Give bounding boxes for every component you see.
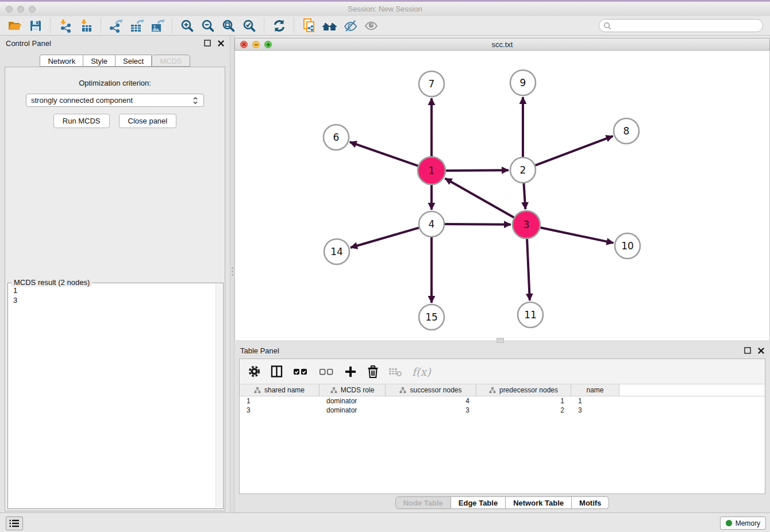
task-history-button[interactable] (6, 516, 23, 530)
deselect-all-icon[interactable] (318, 365, 335, 379)
function-builder-icon[interactable]: f(x) (412, 365, 431, 378)
open-file-icon[interactable] (5, 17, 25, 34)
table-cell[interactable]: dominator (319, 406, 386, 415)
memory-status-icon (726, 520, 732, 526)
hide-unselected-icon[interactable] (340, 17, 361, 34)
table-cell[interactable]: 3 (386, 406, 476, 415)
select-all-icon[interactable] (292, 365, 309, 379)
svg-text:2: 2 (520, 164, 526, 176)
graph-node-4[interactable]: 4 (419, 211, 444, 237)
column-header-name[interactable]: name (571, 384, 619, 396)
export-table-icon[interactable] (126, 17, 147, 34)
control-panel-title: Control Panel (6, 39, 51, 48)
search-field[interactable] (599, 19, 763, 32)
delete-table-icon[interactable] (388, 365, 402, 379)
graph-edge-2-3[interactable] (523, 182, 525, 209)
table-cell[interactable]: 2 (476, 406, 571, 415)
close-panel-icon[interactable] (218, 40, 224, 47)
tab-mcds[interactable]: MCDS (152, 55, 190, 67)
import-network-icon[interactable] (55, 17, 76, 34)
save-session-icon[interactable] (25, 17, 46, 34)
search-icon (603, 22, 611, 30)
table-cell[interactable]: 1 (571, 396, 619, 406)
column-view-icon[interactable] (270, 365, 283, 379)
control-panel-tabs: NetworkStyleSelectMCDS (0, 55, 230, 67)
svg-text:14: 14 (330, 246, 343, 257)
graph-node-6[interactable]: 6 (324, 125, 349, 150)
zoom-fit-icon[interactable] (218, 17, 239, 34)
tab-network-table[interactable]: Network Table (506, 496, 572, 509)
tab-style[interactable]: Style (83, 55, 116, 67)
graph-node-15[interactable]: 15 (419, 304, 444, 330)
control-panel: Control Panel NetworkStyleSelectMCDS Opt… (0, 36, 230, 512)
graph-node-8[interactable]: 8 (614, 118, 639, 144)
search-input[interactable] (614, 21, 763, 30)
table-row[interactable]: 3dominator323 (240, 406, 765, 415)
tab-select[interactable]: Select (116, 55, 152, 67)
zoom-in-icon[interactable] (177, 17, 198, 34)
graph-node-10[interactable]: 10 (615, 233, 640, 259)
graph-node-3[interactable]: 3 (513, 211, 540, 238)
result-scrollbar[interactable] (215, 284, 222, 508)
node-table-container: f(x) shared nameMCDS rolesuccessor nodes… (239, 358, 765, 494)
graph-node-14[interactable]: 14 (324, 239, 349, 264)
table-panel-title: Table Panel (240, 346, 279, 355)
column-header-shared-name[interactable]: shared name (240, 384, 319, 396)
table-cell[interactable]: 4 (386, 396, 476, 406)
graph-edge-1-6[interactable] (350, 142, 420, 167)
table-row[interactable]: 1dominator411 (240, 396, 765, 406)
export-image-icon[interactable] (147, 17, 168, 34)
table-cell[interactable]: 3 (571, 406, 619, 415)
graph-edge-1-2[interactable] (444, 170, 509, 171)
table-cell[interactable]: dominator (319, 396, 386, 406)
clone-network-icon[interactable] (299, 17, 319, 34)
svg-text:3: 3 (523, 219, 530, 230)
zoom-selected-icon[interactable] (239, 17, 260, 34)
tab-node-table[interactable]: Node Table (395, 496, 451, 509)
float-panel-icon[interactable] (744, 347, 751, 354)
graph-edge-3-1[interactable] (445, 178, 515, 218)
network-window-title: scc.txt (235, 40, 769, 49)
network-window-titlebar[interactable]: scc.txt (234, 38, 770, 51)
graph-edge-4-3[interactable] (443, 224, 511, 225)
graph-edge-2-8[interactable] (534, 136, 613, 166)
tab-edge-table[interactable]: Edge Table (451, 496, 506, 509)
table-cell[interactable]: 1 (476, 396, 571, 406)
tab-motifs[interactable]: Motifs (572, 496, 609, 509)
column-header-predecessor-nodes[interactable]: predecessor nodes (476, 384, 571, 396)
toolbar-separator (172, 18, 173, 33)
graph-node-9[interactable]: 9 (510, 70, 536, 95)
memory-button[interactable]: Memory (720, 516, 766, 530)
delete-icon[interactable] (366, 365, 380, 379)
run-mcds-button[interactable]: Run MCDS (53, 114, 110, 128)
mcds-result-list[interactable]: 1 3 (8, 283, 223, 307)
refresh-icon[interactable] (269, 17, 290, 34)
close-panel-icon[interactable] (758, 348, 764, 354)
optimization-criterion-label: Optimization criterion: (5, 79, 225, 87)
zoom-out-icon[interactable] (198, 17, 218, 34)
network-canvas[interactable]: 7968124314101511 (234, 51, 770, 340)
criterion-select[interactable]: strongly connected component (26, 94, 204, 107)
add-icon[interactable] (344, 365, 357, 379)
graph-edge-3-10[interactable] (539, 228, 614, 243)
import-table-icon[interactable] (76, 17, 97, 34)
graph-node-1[interactable]: 1 (418, 157, 445, 184)
export-network-icon[interactable] (106, 17, 126, 34)
column-header-successor-nodes[interactable]: successor nodes (386, 384, 476, 396)
column-header-MCDS-role[interactable]: MCDS role (319, 384, 386, 396)
graph-node-2[interactable]: 2 (510, 157, 536, 183)
show-all-networks-icon[interactable] (319, 17, 340, 34)
float-panel-icon[interactable] (204, 40, 211, 47)
vertical-splitter[interactable] (230, 36, 234, 512)
show-eye-icon[interactable] (361, 17, 382, 34)
close-panel-button[interactable]: Close panel (119, 114, 177, 128)
graph-edge-4-14[interactable] (351, 228, 421, 248)
graph-node-7[interactable]: 7 (419, 71, 444, 97)
table-cell[interactable]: 3 (240, 406, 319, 415)
svg-text:11: 11 (524, 309, 537, 321)
tab-network[interactable]: Network (40, 55, 83, 67)
graph-edge-3-11[interactable] (527, 237, 530, 300)
table-cell[interactable]: 1 (240, 396, 319, 406)
gear-icon[interactable] (247, 365, 261, 379)
graph-node-11[interactable]: 11 (518, 302, 543, 327)
